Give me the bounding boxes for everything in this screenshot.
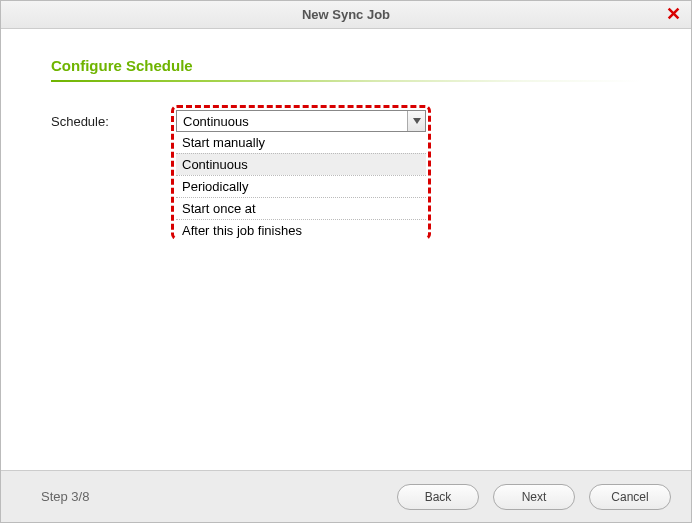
schedule-dropdown-list: Start manually Continuous Periodically S… <box>176 132 426 241</box>
wizard-footer: Step 3/8 Back Next Cancel <box>1 470 691 522</box>
dialog-content: Configure Schedule Schedule: Continuous … <box>1 29 691 470</box>
section-underline <box>51 80 641 82</box>
schedule-option[interactable]: After this job finishes <box>176 219 426 241</box>
chevron-down-icon <box>407 111 425 131</box>
schedule-option[interactable]: Periodically <box>176 175 426 197</box>
schedule-dropdown-wrap: Continuous Start manually Continuous Per… <box>176 110 426 132</box>
cancel-button[interactable]: Cancel <box>589 484 671 510</box>
schedule-select-value: Continuous <box>183 114 249 129</box>
schedule-option[interactable]: Continuous <box>176 153 426 175</box>
close-icon[interactable]: ✕ <box>666 5 681 23</box>
titlebar: New Sync Job ✕ <box>1 1 691 29</box>
new-sync-job-dialog: New Sync Job ✕ Configure Schedule Schedu… <box>0 0 692 523</box>
next-button[interactable]: Next <box>493 484 575 510</box>
schedule-option[interactable]: Start once at <box>176 197 426 219</box>
schedule-select[interactable]: Continuous <box>176 110 426 132</box>
schedule-option[interactable]: Start manually <box>176 132 426 153</box>
step-indicator: Step 3/8 <box>41 489 397 504</box>
schedule-row: Schedule: Continuous Start manually Cont… <box>51 110 641 132</box>
schedule-label: Schedule: <box>51 110 176 129</box>
dialog-title: New Sync Job <box>302 7 390 22</box>
footer-buttons: Back Next Cancel <box>397 484 671 510</box>
back-button[interactable]: Back <box>397 484 479 510</box>
section-heading: Configure Schedule <box>51 57 641 74</box>
